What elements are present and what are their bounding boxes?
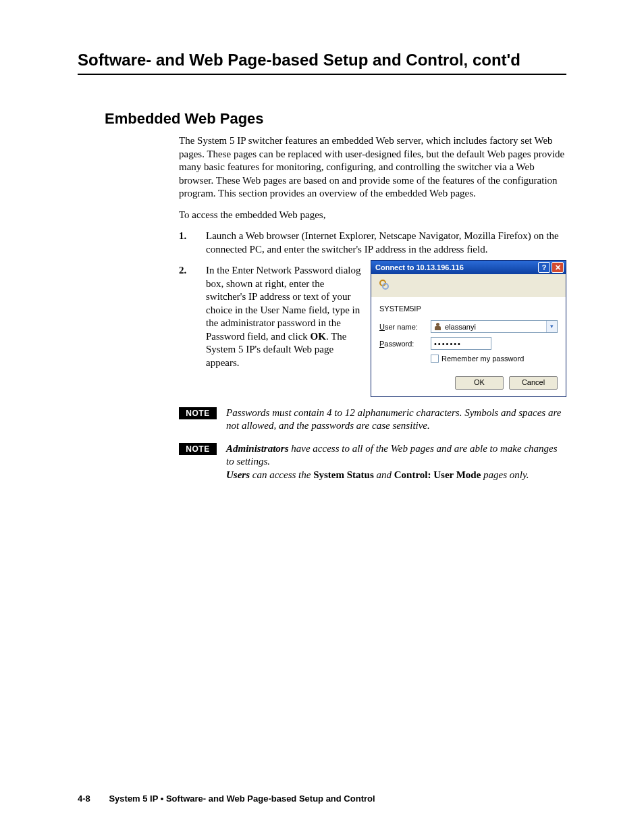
step-2: 2. In the Enter Network Password dialog … xyxy=(179,264,566,397)
remember-checkbox[interactable] xyxy=(431,355,439,363)
chevron-down-icon[interactable]: ▾ xyxy=(546,321,557,332)
password-field[interactable]: ••••••• xyxy=(431,337,491,350)
footer-text: System 5 IP • Software- and Web Page-bas… xyxy=(109,793,375,804)
note-badge: NOTE xyxy=(179,443,217,455)
username-value: elassanyi xyxy=(445,322,476,332)
note-badge: NOTE xyxy=(179,407,217,419)
help-icon[interactable]: ? xyxy=(538,262,550,273)
section-title: Embedded Web Pages xyxy=(105,110,566,128)
username-field[interactable]: elassanyi ▾ xyxy=(431,320,558,333)
note-2-text: Administrators have access to all of the… xyxy=(226,442,566,482)
dialog-banner xyxy=(371,274,566,297)
step-2-text: In the Enter Network Password dialog box… xyxy=(206,264,361,369)
close-icon[interactable]: ✕ xyxy=(552,262,564,273)
step-1-text: Launch a Web browser (Internet Explorer,… xyxy=(206,230,566,256)
password-label: Password: xyxy=(379,339,427,348)
access-line: To access the embedded Web pages, xyxy=(179,209,566,222)
ok-button[interactable]: OK xyxy=(455,376,504,390)
cancel-button[interactable]: Cancel xyxy=(509,376,558,390)
page-number: 4-8 xyxy=(78,793,90,804)
step-2-number: 2. xyxy=(179,264,206,397)
step-1-number: 1. xyxy=(179,230,206,256)
login-dialog: Connect to 10.13.196.116 ? ✕ SYSTEM5IP U… xyxy=(371,260,566,397)
chapter-title: Software- and Web Page-based Setup and C… xyxy=(78,51,566,75)
dialog-realm: SYSTEM5IP xyxy=(379,304,558,313)
dialog-title: Connect to 10.13.196.116 xyxy=(375,263,537,272)
remember-label: Remember my password xyxy=(441,354,524,363)
step-1: 1. Launch a Web browser (Internet Explor… xyxy=(179,230,566,256)
keys-icon xyxy=(377,278,393,294)
intro-paragraph: The System 5 IP switcher features an emb… xyxy=(179,134,566,201)
username-label: User name: xyxy=(379,322,427,332)
page-footer: 4-8 System 5 IP • Software- and Web Page… xyxy=(78,793,375,804)
note-1-text: Passwords must contain 4 to 12 alphanume… xyxy=(226,407,566,433)
person-icon xyxy=(434,323,442,331)
dialog-titlebar: Connect to 10.13.196.116 ? ✕ xyxy=(371,261,566,274)
